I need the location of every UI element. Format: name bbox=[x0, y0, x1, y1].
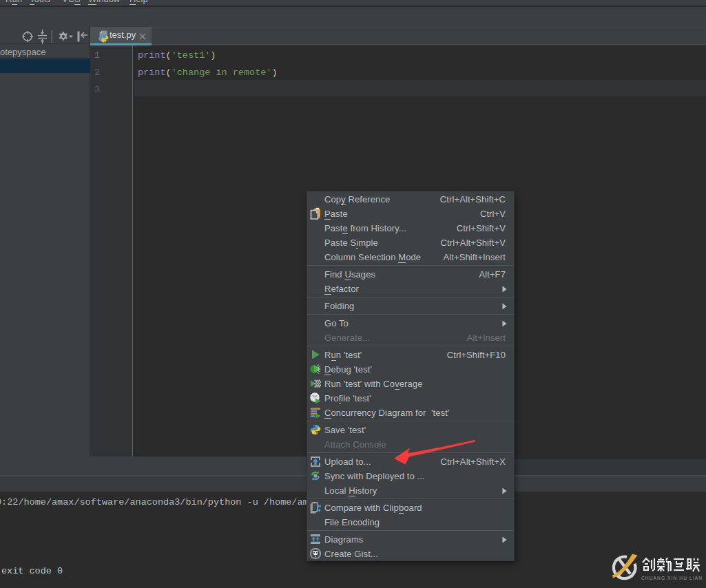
svg-text:CHUANG XIN HU LIAN: CHUANG XIN HU LIAN bbox=[641, 576, 703, 580]
